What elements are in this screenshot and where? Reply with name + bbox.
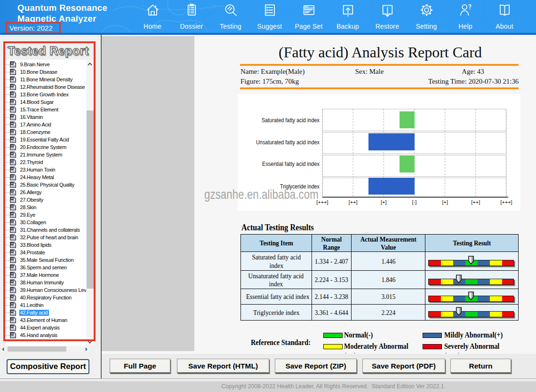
svg-text:Essential fatty acid index: Essential fatty acid index bbox=[262, 161, 320, 167]
svg-text:[++]: [++] bbox=[349, 199, 358, 205]
svg-text:[+++]: [+++] bbox=[500, 199, 512, 205]
svg-text:[-]: [-] bbox=[412, 199, 417, 205]
svg-text:[+]: [+] bbox=[381, 199, 387, 205]
svg-text:Unsaturated fatty acid index: Unsaturated fatty acid index bbox=[256, 139, 320, 146]
svg-text:[++]: [++] bbox=[471, 199, 480, 205]
svg-text:Saturated fatty acid index: Saturated fatty acid index bbox=[262, 117, 320, 124]
svg-text:[+]: [+] bbox=[442, 199, 448, 205]
